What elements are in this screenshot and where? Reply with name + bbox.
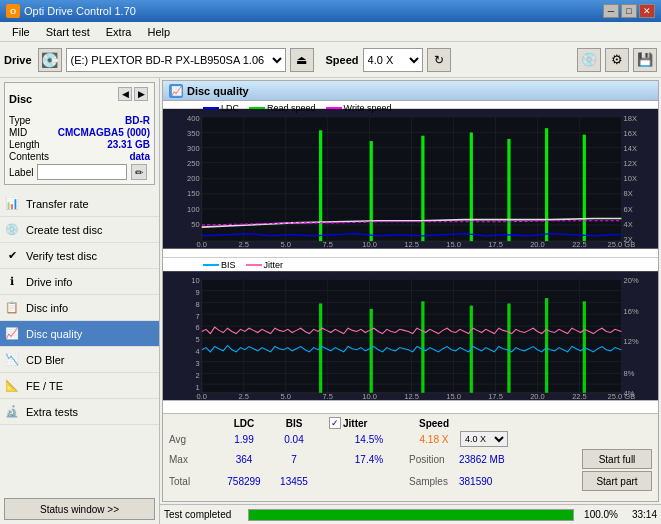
create-test-disc-label: Create test disc [26, 224, 102, 236]
title-bar: O Opti Drive Control 1.70 ─ □ ✕ [0, 0, 661, 22]
minimize-button[interactable]: ─ [603, 4, 619, 18]
settings-button[interactable]: ⚙ [605, 48, 629, 72]
menu-start-test[interactable]: Start test [38, 24, 98, 40]
speed-selector[interactable]: 4.0 X [460, 431, 508, 447]
svg-text:10: 10 [191, 276, 199, 285]
chart2-svg: 10 9 8 7 6 5 4 3 2 1 20% 16% 12% [163, 258, 658, 414]
create-test-disc-icon: 💿 [4, 222, 20, 238]
disc-quality-label: Disc quality [26, 328, 82, 340]
toolbar: Drive 💽 (E:) PLEXTOR BD-R PX-LB950SA 1.0… [0, 42, 661, 78]
sidebar-nav: 📊 Transfer rate 💿 Create test disc ✔ Ver… [0, 191, 159, 425]
length-label: Length [9, 139, 40, 150]
menu-help[interactable]: Help [139, 24, 178, 40]
chart1-readspeed-label: Read speed [267, 103, 316, 113]
svg-text:2.5: 2.5 [238, 240, 248, 249]
save-button[interactable]: 💾 [633, 48, 657, 72]
close-button[interactable]: ✕ [639, 4, 655, 18]
disc-quality-panel-icon: 📈 [169, 84, 183, 98]
svg-text:3: 3 [195, 358, 199, 367]
samples-value: 381590 [459, 476, 519, 487]
contents-label: Contents [9, 151, 49, 162]
app-title: Opti Drive Control 1.70 [24, 5, 136, 17]
disc-quality-panel: 📈 Disc quality LDC Read speed Write spee… [162, 80, 659, 502]
sidebar-item-extra-tests[interactable]: 🔬 Extra tests [0, 399, 159, 425]
eject-button[interactable]: ⏏ [290, 48, 314, 72]
position-value: 23862 MB [459, 454, 519, 465]
svg-text:17.5: 17.5 [488, 240, 503, 249]
jitter-checkbox-area[interactable]: ✓ Jitter [329, 417, 409, 429]
svg-text:12.5: 12.5 [404, 240, 419, 249]
svg-text:20.0: 20.0 [530, 240, 545, 249]
chart1-svg: 400 350 300 250 200 150 100 50 18X 16X 1… [163, 101, 658, 257]
maximize-button[interactable]: □ [621, 4, 637, 18]
disc-next-btn[interactable]: ▶ [134, 87, 148, 101]
cd-bler-label: CD Bler [26, 354, 65, 366]
progress-percent: 100.0% [578, 509, 618, 520]
svg-text:400: 400 [187, 114, 200, 123]
svg-rect-49 [319, 130, 322, 241]
sidebar-item-disc-info[interactable]: 📋 Disc info [0, 295, 159, 321]
jitter-checkbox[interactable]: ✓ [329, 417, 341, 429]
drive-label: Drive [4, 54, 32, 66]
chart2-jitter-label: Jitter [264, 260, 284, 270]
svg-rect-107 [421, 301, 424, 392]
label-input[interactable] [37, 164, 127, 180]
svg-text:5: 5 [195, 335, 199, 344]
total-bis: 13455 [269, 476, 319, 487]
svg-text:9: 9 [195, 287, 199, 296]
refresh-button[interactable]: ↻ [427, 48, 451, 72]
cd-bler-icon: 📉 [4, 352, 20, 368]
extra-tests-icon: 🔬 [4, 404, 20, 420]
drive-info-icon: ℹ [4, 274, 20, 290]
length-value: 23.31 GB [107, 139, 150, 150]
svg-rect-52 [470, 132, 473, 241]
svg-text:12%: 12% [624, 337, 639, 346]
svg-text:10X: 10X [624, 174, 637, 183]
svg-text:25.0 GB: 25.0 GB [608, 240, 636, 249]
svg-text:20.0: 20.0 [530, 392, 545, 401]
progress-fill [249, 510, 573, 520]
sidebar-item-create-test-disc[interactable]: 💿 Create test disc [0, 217, 159, 243]
start-part-button[interactable]: Start part [582, 471, 652, 491]
menu-file[interactable]: File [4, 24, 38, 40]
sidebar: Disc ◀ ▶ Type BD-R MID CMCMAGBA5 (000) L… [0, 78, 160, 524]
time-display: 33:14 [622, 509, 657, 520]
drive-select[interactable]: (E:) PLEXTOR BD-R PX-LB950SA 1.06 [66, 48, 286, 72]
svg-rect-109 [507, 303, 510, 392]
speed-select[interactable]: 4.0 X [363, 48, 423, 72]
svg-text:250: 250 [187, 159, 200, 168]
svg-text:150: 150 [187, 189, 200, 198]
sidebar-item-cd-bler[interactable]: 📉 CD Bler [0, 347, 159, 373]
sidebar-item-verify-test-disc[interactable]: ✔ Verify test disc [0, 243, 159, 269]
svg-text:50: 50 [191, 220, 199, 229]
bis-col-header: BIS [269, 418, 319, 429]
disc-panel: Disc ◀ ▶ Type BD-R MID CMCMAGBA5 (000) L… [4, 82, 155, 185]
svg-text:7.5: 7.5 [322, 240, 332, 249]
total-label: Total [169, 476, 219, 487]
svg-text:18X: 18X [624, 114, 637, 123]
svg-text:8%: 8% [624, 368, 635, 377]
title-bar-controls[interactable]: ─ □ ✕ [603, 4, 655, 18]
sidebar-item-transfer-rate[interactable]: 📊 Transfer rate [0, 191, 159, 217]
samples-label: Samples [409, 476, 459, 487]
svg-text:25.0 GB: 25.0 GB [608, 392, 636, 401]
disc-button[interactable]: 💿 [577, 48, 601, 72]
sidebar-item-disc-quality[interactable]: 📈 Disc quality [0, 321, 159, 347]
disc-panel-title: Disc [9, 93, 32, 105]
menu-extra[interactable]: Extra [98, 24, 140, 40]
max-label: Max [169, 454, 219, 465]
status-window-button[interactable]: Status window >> [4, 498, 155, 520]
transfer-rate-label: Transfer rate [26, 198, 89, 210]
start-full-button[interactable]: Start full [582, 449, 652, 469]
sidebar-item-drive-info[interactable]: ℹ Drive info [0, 269, 159, 295]
svg-text:20%: 20% [624, 276, 639, 285]
svg-text:7.5: 7.5 [322, 392, 332, 401]
max-jitter: 17.4% [329, 454, 409, 465]
sidebar-item-fe-te[interactable]: 📐 FE / TE [0, 373, 159, 399]
svg-rect-50 [370, 141, 373, 241]
disc-prev-btn[interactable]: ◀ [118, 87, 132, 101]
contents-value: data [129, 151, 150, 162]
label-edit-btn[interactable]: ✏ [131, 164, 147, 180]
svg-rect-53 [507, 139, 510, 241]
svg-rect-106 [370, 308, 373, 392]
